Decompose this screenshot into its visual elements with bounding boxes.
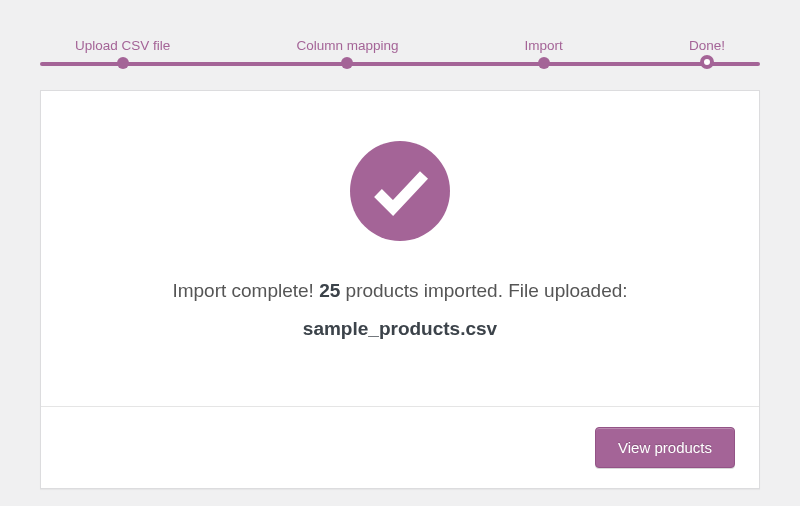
- import-result-message: Import complete! 25 products imported. F…: [81, 275, 719, 346]
- checkmark-circle-icon: [350, 141, 450, 245]
- step-import: Import: [525, 38, 563, 53]
- step-dot-current-icon: [700, 55, 714, 69]
- progress-steps: Upload CSV file Column mapping Import Do…: [0, 0, 800, 70]
- step-label: Upload CSV file: [75, 38, 170, 53]
- step-done: Done!: [689, 38, 725, 53]
- message-prefix: Import complete!: [172, 280, 319, 301]
- card-footer: View products: [41, 406, 759, 488]
- step-label: Column mapping: [296, 38, 398, 53]
- step-column-mapping: Column mapping: [296, 38, 398, 53]
- step-label: Import: [525, 38, 563, 53]
- svg-point-0: [350, 141, 450, 241]
- step-dot-icon: [117, 57, 129, 69]
- step-dot-icon: [341, 57, 353, 69]
- view-products-button[interactable]: View products: [595, 427, 735, 468]
- step-upload-csv: Upload CSV file: [75, 38, 170, 53]
- message-suffix: products imported. File uploaded:: [340, 280, 627, 301]
- card-body: Import complete! 25 products imported. F…: [41, 91, 759, 406]
- step-dot-icon: [538, 57, 550, 69]
- import-complete-card: Import complete! 25 products imported. F…: [40, 90, 760, 489]
- imported-count: 25: [319, 280, 340, 301]
- step-label: Done!: [689, 38, 725, 53]
- progress-line: [40, 62, 760, 66]
- uploaded-filename: sample_products.csv: [81, 313, 719, 345]
